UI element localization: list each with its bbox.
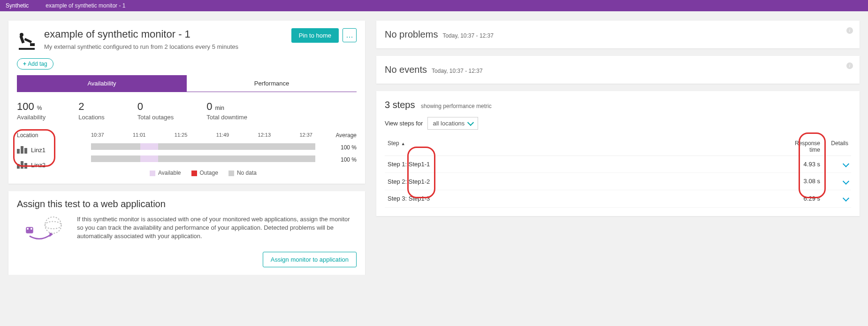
stat-value: 100 % <box>17 101 46 113</box>
problems-range: Today, 10:37 - 12:37 <box>442 32 494 39</box>
stat-label: Total outages <box>137 114 174 121</box>
breadcrumb-root[interactable]: Synthetic <box>0 0 33 11</box>
step-row[interactable]: Step 2: Step1-23.08 s <box>385 173 851 190</box>
steps-subtitle: showing performance metric <box>421 103 492 109</box>
steps-card: 3 steps showing performance metric View … <box>376 91 860 216</box>
svg-point-5 <box>45 217 61 233</box>
svg-rect-3 <box>30 43 35 46</box>
legend-available: Available <box>150 170 181 176</box>
steps-title: 3 steps <box>385 100 415 110</box>
timeline-tick: 12:13 <box>258 132 271 138</box>
availability-bar <box>91 155 315 162</box>
assign-title: Assign this test to a web application <box>17 199 357 210</box>
info-icon[interactable]: i <box>846 62 853 69</box>
location-average: 100 % <box>324 144 357 151</box>
step-row[interactable]: Step 1: Step1-14.93 s <box>385 156 851 173</box>
step-row[interactable]: Step 3: Step1-36.29 s <box>385 190 851 208</box>
timeline-tick: 11:25 <box>175 132 188 138</box>
svg-rect-4 <box>19 48 35 50</box>
tab-availability[interactable]: Availability <box>17 75 187 92</box>
svg-point-8 <box>27 228 29 230</box>
location-item[interactable]: Linz2 <box>17 161 83 169</box>
svg-rect-1 <box>19 35 24 43</box>
more-actions-button[interactable]: … <box>343 28 357 42</box>
assign-card: Assign this test to a web application If… <box>8 191 365 275</box>
events-range: Today, 10:37 - 12:37 <box>432 68 483 74</box>
stat-value: 0 <box>137 101 174 113</box>
location-icon <box>17 161 27 169</box>
chevron-down-icon <box>843 161 849 167</box>
overview-card: example of synthetic monitor - 1 My exte… <box>8 21 365 184</box>
problems-title: No problems <box>385 29 438 40</box>
robot-arm-icon <box>17 30 38 52</box>
stat-label: Total downtime <box>206 114 247 121</box>
legend-nodata: No data <box>228 170 257 176</box>
legend-outage: Outage <box>191 170 218 176</box>
tab-performance[interactable]: Performance <box>187 75 357 92</box>
stat-label: Availability <box>17 114 46 121</box>
assign-icon <box>17 215 69 242</box>
average-column-header: Average <box>324 132 357 139</box>
events-card[interactable]: No events Today, 10:37 - 12:37 i <box>376 56 860 84</box>
info-icon[interactable]: i <box>846 27 853 34</box>
stat-label: Locations <box>78 114 105 121</box>
breadcrumb: Synthetic example of synthetic monitor -… <box>0 0 868 11</box>
add-tag-button[interactable]: Add tag <box>17 58 53 70</box>
location-column-header: Location <box>17 132 83 139</box>
column-step[interactable]: Step▲ <box>388 140 787 154</box>
column-details: Details <box>820 140 848 154</box>
svg-point-9 <box>30 228 32 230</box>
events-title: No events <box>385 64 427 75</box>
stat-value: 2 <box>78 101 105 113</box>
sort-asc-icon: ▲ <box>401 141 405 146</box>
column-response-time[interactable]: Response time <box>787 140 820 154</box>
svg-rect-7 <box>26 227 33 233</box>
pin-to-home-button[interactable]: Pin to home <box>291 28 339 43</box>
breadcrumb-page: example of synthetic monitor - 1 <box>33 2 125 9</box>
assign-monitor-button[interactable]: Assign monitor to application <box>263 252 357 267</box>
svg-point-6 <box>45 222 61 229</box>
page-title: example of synthetic monitor - 1 <box>44 28 291 40</box>
stats-row: 100 %Availability2 Locations0 Total outa… <box>17 101 357 121</box>
svg-rect-2 <box>24 38 32 43</box>
page-subtitle: My external synthetic configured to run … <box>44 43 291 50</box>
location-item[interactable]: Linz1 <box>17 146 83 154</box>
timeline-tick: 12:37 <box>299 132 312 138</box>
view-steps-label: View steps for <box>385 120 423 127</box>
timeline-tick: 10:37 <box>91 132 104 138</box>
chevron-down-icon <box>467 119 474 125</box>
stat-value: 0 min <box>206 101 247 113</box>
timeline-tick: 11:49 <box>216 132 229 138</box>
location-icon <box>17 146 27 154</box>
problems-card[interactable]: No problems Today, 10:37 - 12:37 i <box>376 21 860 48</box>
locations-dropdown[interactable]: all locations <box>427 117 478 130</box>
assign-text: If this synthetic monitor is associated … <box>77 215 357 241</box>
chevron-down-icon <box>843 195 849 202</box>
availability-bar <box>91 143 315 150</box>
timeline-tick: 11:01 <box>133 132 146 138</box>
chevron-down-icon <box>843 178 849 185</box>
location-average: 100 % <box>324 156 357 163</box>
